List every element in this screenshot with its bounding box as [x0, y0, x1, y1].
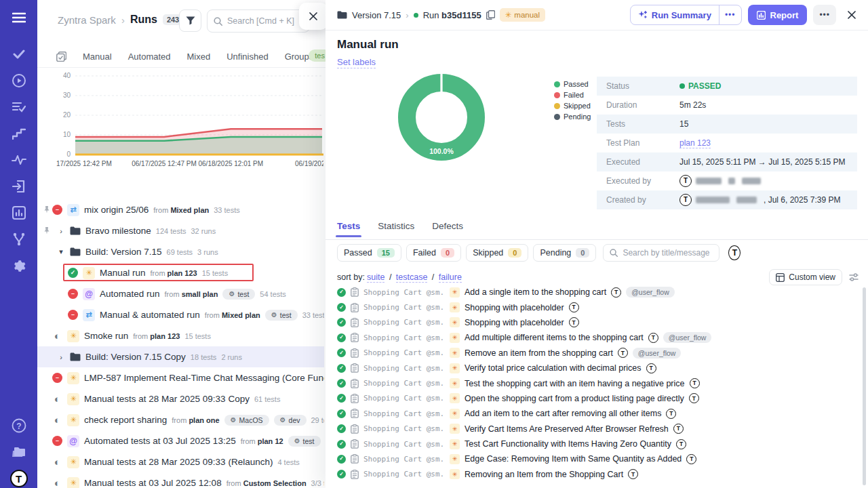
run-row[interactable]: –⇄Manual & automated runfrom Mixed plan⚙…: [37, 304, 324, 325]
sort-testcase[interactable]: testcase: [396, 272, 428, 283]
help-icon[interactable]: ?: [9, 416, 28, 435]
run-meta: 18 tests: [191, 353, 217, 361]
run-row[interactable]: ✓✳Manual runfrom plan 12315 tests: [37, 262, 324, 283]
burst-icon: ✳: [450, 317, 460, 327]
multi-select-icon[interactable]: [56, 52, 66, 62]
finished-status-icon: ◐: [52, 331, 62, 341]
version-label[interactable]: Version 7.15: [352, 10, 401, 20]
runs-search-input[interactable]: [227, 16, 302, 26]
test-row[interactable]: ✓Shopping Cart @sm...✳Shopping with plac…: [326, 300, 861, 314]
tab-manual[interactable]: Manual: [83, 52, 112, 62]
tests-scrollbar[interactable]: [863, 287, 866, 485]
run-row[interactable]: –✳LMP-587 Implement Real-Time Chat Messa…: [37, 367, 324, 388]
activity-icon[interactable]: [9, 150, 28, 169]
test-row[interactable]: ✓Shopping Cart @sm...✳Shopping with plac…: [326, 315, 861, 330]
tests-search-input[interactable]: [623, 248, 711, 258]
project-name[interactable]: Zyntra Spark: [58, 14, 116, 26]
test-row[interactable]: ✓Shopping Cart @sm...✳Add multiple diffe…: [326, 330, 861, 345]
run-row[interactable]: ›Build: Version 7.15 Copy18 tests2 runs: [37, 346, 324, 367]
run-row[interactable]: ◐✳Manual tests at 28 Mar 2025 09:33 (Rel…: [37, 451, 324, 472]
chevron-down-icon[interactable]: ▾: [57, 247, 65, 256]
account-avatar[interactable]: T: [9, 469, 28, 488]
tab-tests[interactable]: Tests: [337, 221, 360, 237]
test-row[interactable]: ✓Shopping Cart @sm...✳Test the shopping …: [326, 375, 861, 390]
settings-gear-icon[interactable]: [9, 256, 28, 275]
svg-text:20: 20: [63, 111, 71, 119]
import-icon[interactable]: [9, 177, 28, 196]
test-row[interactable]: ✓Shopping Cart @sm...✳Verify total price…: [326, 361, 861, 375]
run-summary-button[interactable]: Run Summary: [631, 10, 719, 20]
tab-statistics[interactable]: Statistics: [378, 221, 414, 237]
filter-pending[interactable]: Pending0: [533, 244, 596, 262]
detail-row: Created byT, Jul 6, 2025 7:39 PM: [597, 190, 857, 209]
menu-icon[interactable]: [9, 8, 28, 27]
sort-failure[interactable]: failure: [439, 272, 462, 283]
brand-t-logo: T: [10, 470, 28, 487]
detail-close-button[interactable]: [845, 8, 859, 22]
tab-mixed[interactable]: Mixed: [187, 52, 211, 62]
automated-run-icon: @: [83, 288, 95, 300]
test-row[interactable]: ✓Shopping Cart @sm...✳Add an item to the…: [326, 406, 861, 421]
run-row[interactable]: –@Automated runfrom small plan⚙test54 te…: [37, 283, 324, 304]
test-row[interactable]: ✓Shopping Cart @sm...✳Add a single item …: [326, 285, 861, 300]
runs-search[interactable]: [207, 9, 310, 33]
chevron-right-icon[interactable]: ›: [57, 353, 65, 361]
tab-automated[interactable]: Automated: [128, 52, 171, 62]
steps-icon[interactable]: [9, 124, 28, 143]
copy-icon[interactable]: [486, 10, 495, 20]
test-plan-link[interactable]: plan 123: [679, 138, 711, 148]
tests-search[interactable]: [603, 244, 719, 262]
run-row[interactable]: ◐✳Manual tests at 28 Mar 2025 09:33 Copy…: [37, 388, 324, 409]
custom-view-button[interactable]: Custom view: [769, 269, 842, 285]
projects-folder-icon[interactable]: [9, 443, 28, 462]
test-row[interactable]: ✓Shopping Cart @sm...✳Edge Case: Removin…: [326, 451, 861, 466]
analytics-icon[interactable]: [9, 203, 28, 222]
report-button[interactable]: Report: [748, 5, 808, 25]
run-row[interactable]: –⇄mix origin 25/06from Mixed plan33 test…: [37, 199, 324, 220]
passed-status-icon: ✓: [68, 268, 78, 278]
passed-status-icon: ✓: [337, 470, 346, 479]
tab-defects[interactable]: Defects: [432, 221, 463, 237]
filter-failed[interactable]: Failed0: [406, 244, 461, 262]
test-row[interactable]: ✓Shopping Cart @sm...✳Verify Cart Items …: [326, 422, 861, 436]
chevron-right-icon[interactable]: ›: [57, 227, 65, 235]
run-name: mix origin 25/06: [84, 205, 149, 215]
test-title: Open the shopping cart from a product li…: [465, 394, 684, 403]
run-meta: 15 tests: [202, 269, 229, 277]
tasks-icon[interactable]: [9, 45, 28, 64]
run-row[interactable]: ◐✳Smoke runfrom plan 12315 tests: [37, 325, 324, 346]
sort-row: sort by: suite / testcase / failure Cust…: [337, 269, 859, 285]
run-summary-more-button[interactable]: •••: [719, 5, 741, 24]
test-row[interactable]: ✓Shopping Cart @sm...✳Open the shopping …: [326, 391, 861, 406]
legend-dot: [554, 114, 560, 120]
run-play-icon[interactable]: [9, 71, 28, 90]
sort-suite[interactable]: suite: [367, 272, 384, 283]
passed-status-icon: ✓: [337, 364, 346, 373]
tab-unfinished[interactable]: Unfinished: [226, 52, 268, 62]
branch-icon[interactable]: [9, 230, 28, 249]
checklist-icon[interactable]: [9, 98, 28, 117]
panel-close-button[interactable]: [299, 3, 328, 30]
svg-text:06/18/2025 12:01 PM: 06/18/2025 12:01 PM: [198, 160, 263, 167]
run-row[interactable]: –@Automated tests at 03 Jul 2025 13:25fr…: [37, 430, 324, 451]
test-row[interactable]: ✓Shopping Cart @sm...✳Test Cart Function…: [326, 436, 861, 451]
run-row[interactable]: ›Bravo milestone124 tests32 runs: [37, 220, 324, 241]
folder-icon: [70, 352, 81, 361]
test-row[interactable]: ✓Shopping Cart @sm...✳Remove an item fro…: [326, 346, 861, 361]
burst-icon: ✳: [450, 348, 460, 358]
test-row[interactable]: ✓Shopping Cart @sm...✳Removing an Item f…: [326, 467, 861, 482]
user-avatar: T: [679, 175, 692, 187]
run-name: Manual tests at 28 Mar 2025 09:33 (Relau…: [84, 457, 273, 467]
detail-label: Executed: [606, 157, 679, 167]
more-actions-button[interactable]: •••: [813, 5, 836, 25]
set-labels-link[interactable]: Set labels: [337, 57, 376, 68]
run-row[interactable]: ▾Build: Version 7.1569 tests3 runs: [37, 241, 324, 262]
run-row[interactable]: ◐✳Manual tests at 03 Jul 2025 12:08from …: [37, 472, 324, 488]
run-row[interactable]: ◐✳check report sharingfrom plan one⚙MacO…: [37, 409, 324, 430]
assignee-filter-avatar[interactable]: T: [728, 245, 741, 260]
filter-button[interactable]: [179, 9, 201, 32]
view-settings-icon[interactable]: [849, 273, 859, 281]
filter-passed[interactable]: Passed15: [337, 244, 401, 262]
filter-skipped[interactable]: Skipped0: [466, 244, 528, 262]
run-meta: 54 tests: [260, 290, 286, 298]
